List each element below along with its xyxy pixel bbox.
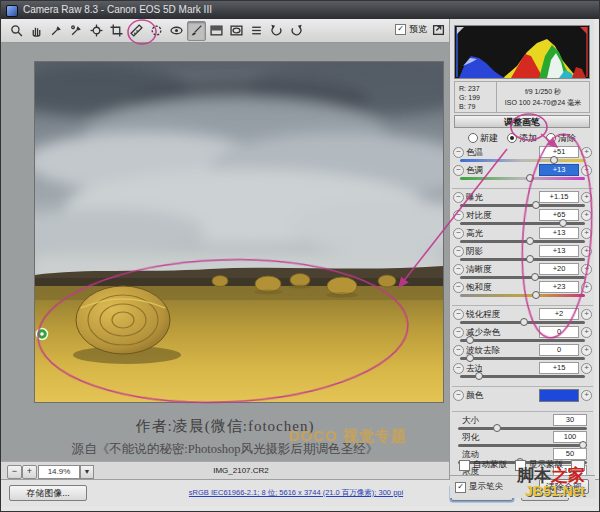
hand-tool-icon[interactable] [27,21,46,41]
zoom-tool-icon[interactable] [7,21,26,41]
zoom-level-select[interactable]: 14.9% [38,465,80,479]
color-sampler-tool-icon[interactable] [67,21,86,41]
auto-mask-checkbox[interactable] [459,460,470,471]
mode-radio-add[interactable]: 添加 [507,131,537,145]
workflow-options-link[interactable]: sRGB IEC61966-2.1; 8 位; 5616 x 3744 (21.… [151,488,441,498]
contrast-slider-track[interactable] [460,222,585,225]
decrease-clarity-button[interactable]: − [453,264,464,275]
auto-mask-toggle[interactable]: 自动蒙版 [459,459,507,471]
targeted-adjustment-tool-icon[interactable] [87,21,106,41]
decrease-defringe-button[interactable]: − [453,363,464,374]
title-bar[interactable]: Camera Raw 8.3 - Canon EOS 5D Mark III [1,1,600,19]
rotate-left-icon[interactable] [267,21,286,41]
radial-filter-tool-icon[interactable] [227,21,246,41]
contrast-value-field[interactable]: +65 [539,209,579,221]
mode-radio-erase[interactable]: 清除 [546,131,576,145]
decrease-noise-reduction-button[interactable]: − [453,327,464,338]
preview-toggle[interactable]: ✓ 预览 [395,23,427,36]
tint-slider-thumb[interactable] [526,174,534,182]
noise-reduction-value-field[interactable]: 0 [539,326,579,338]
temperature-slider-track[interactable] [460,159,585,162]
zoom-in-button[interactable]: + [22,465,37,479]
increase-contrast-button[interactable]: + [581,210,592,221]
saturation-value-field[interactable]: +23 [539,281,579,293]
photo-canvas[interactable] [34,61,444,403]
color-swatch[interactable] [539,389,579,402]
sharpness-value-field[interactable]: +2 [539,308,579,320]
defringe-slider-thumb[interactable] [475,372,483,380]
clarity-slider-thumb[interactable] [531,273,539,281]
increase-noise-reduction-button[interactable]: + [581,327,592,338]
decrease-highlights-button[interactable]: − [453,228,464,239]
spot-removal-tool-icon[interactable] [147,21,166,41]
zoom-dropdown-arrow-icon[interactable]: ▼ [80,465,94,479]
moire-reduction-slider-thumb[interactable] [466,354,474,362]
white-balance-tool-icon[interactable] [47,21,66,41]
increase-sharpness-button[interactable]: + [581,309,592,320]
decrease-sharpness-button[interactable]: − [453,309,464,320]
moire-reduction-slider-track[interactable] [460,357,585,360]
decrease-shadows-button[interactable]: − [453,246,464,257]
size-slider-thumb[interactable] [493,424,501,432]
temperature-value-field[interactable]: +51 [539,146,579,158]
highlights-slider-thumb[interactable] [526,237,534,245]
image-preview-area[interactable]: 作者:凌晨(微信:fotochen) 源自《不能说的秘密:Photoshop风光… [1,43,449,461]
increase-highlights-button[interactable]: + [581,228,592,239]
graduated-filter-tool-icon[interactable] [207,21,226,41]
clarity-slider-track[interactable] [460,276,585,279]
sharpness-slider-track[interactable] [460,321,585,324]
mode-radio-new[interactable]: 新建 [468,131,498,145]
adjustment-brush-tool-icon[interactable] [187,21,206,41]
increase-tint-button[interactable]: + [581,165,592,176]
straighten-tool-icon[interactable] [127,21,146,41]
size-value-field[interactable]: 30 [553,414,587,426]
decrease-saturation-button[interactable]: − [453,282,464,293]
color-minus-button[interactable]: − [453,390,464,401]
rotate-right-icon[interactable] [287,21,306,41]
shadows-value-field[interactable]: +13 [539,245,579,257]
decrease-contrast-button[interactable]: − [453,210,464,221]
saturation-slider-thumb[interactable] [532,291,540,299]
histogram[interactable] [454,25,590,79]
highlights-slider-track[interactable] [460,240,585,243]
sharpness-slider-thumb[interactable] [520,318,528,326]
fullscreen-toggle-icon[interactable] [432,22,445,40]
defringe-slider-track[interactable] [460,375,585,378]
decrease-tint-button[interactable]: − [453,165,464,176]
exposure-slider-thumb[interactable] [532,201,540,209]
shadows-slider-track[interactable] [460,258,585,261]
defringe-value-field[interactable]: +15 [539,362,579,374]
color-plus-button[interactable]: + [581,390,592,401]
feather-slider-track[interactable] [458,444,587,447]
show-pins-toggle[interactable]: ✓ 显示笔尖 [455,481,503,493]
tint-slider-track[interactable] [460,177,585,180]
red-eye-tool-icon[interactable] [167,21,186,41]
increase-moire-reduction-button[interactable]: + [581,345,592,356]
exposure-value-field[interactable]: +1.15 [539,191,579,203]
increase-clarity-button[interactable]: + [581,264,592,275]
radio-icon[interactable] [507,133,517,143]
temperature-slider-thumb[interactable] [550,156,558,164]
exposure-slider-track[interactable] [460,204,585,207]
decrease-temperature-button[interactable]: − [453,147,464,158]
contrast-slider-thumb[interactable] [559,219,567,227]
decrease-moire-reduction-button[interactable]: − [453,345,464,356]
zoom-out-button[interactable]: − [7,465,22,479]
increase-saturation-button[interactable]: + [581,282,592,293]
save-image-button[interactable]: 存储图像... [9,485,87,501]
noise-reduction-slider-track[interactable] [460,339,585,342]
show-pins-checkbox[interactable]: ✓ [455,482,466,493]
increase-shadows-button[interactable]: + [581,246,592,257]
decrease-exposure-button[interactable]: − [453,192,464,203]
preferences-icon[interactable] [247,21,266,41]
increase-temperature-button[interactable]: + [581,147,592,158]
increase-exposure-button[interactable]: + [581,192,592,203]
increase-defringe-button[interactable]: + [581,363,592,374]
moire-reduction-value-field[interactable]: 0 [539,344,579,356]
crop-tool-icon[interactable] [107,21,126,41]
highlights-value-field[interactable]: +13 [539,227,579,239]
preview-checkbox[interactable]: ✓ [395,24,406,35]
noise-reduction-slider-thumb[interactable] [466,336,474,344]
tint-value-field[interactable]: +13 [539,164,579,176]
clarity-value-field[interactable]: +20 [539,263,579,275]
